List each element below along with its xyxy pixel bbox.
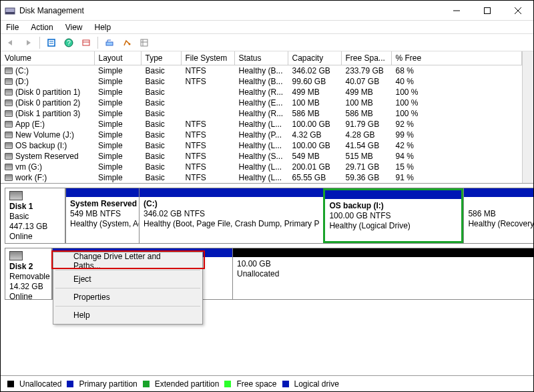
disk1-part-osbackup[interactable]: OS backup (I:) 100.00 GB NTFS Healthy (L… (323, 188, 463, 243)
cell-volume: work (F:) (15, 173, 47, 182)
table-row[interactable]: OS backup (I:)SimpleBasicNTFSHealthy (L.… (1, 140, 522, 151)
table-row[interactable]: (Disk 1 partition 3)SimpleBasicHealthy (… (1, 108, 522, 119)
cell-status: Healthy (L... (234, 119, 288, 130)
table-row[interactable]: App (E:)SimpleBasicNTFSHealthy (L...100.… (1, 119, 522, 130)
cell-type: Basic (141, 172, 181, 183)
cell-layout: Simple (94, 108, 141, 119)
cell-capacity: 99.60 GB (288, 76, 341, 87)
cell-fs (181, 108, 234, 119)
disk2-state: Online (9, 292, 33, 301)
cell-capacity: 346.02 GB (288, 65, 341, 77)
forward-icon[interactable] (21, 36, 35, 49)
cell-capacity: 4.32 GB (288, 130, 341, 140)
volume-icon (5, 153, 13, 160)
swatch-primary-icon (67, 381, 73, 387)
cell-capacity: 499 MB (288, 87, 341, 97)
cell-volume: vm (G:) (15, 162, 42, 172)
disk2-part-unallocated[interactable]: 10.00 GB Unallocated (232, 248, 533, 299)
col-freespace[interactable]: Free Spa... (341, 51, 391, 65)
menu-help[interactable]: Help (93, 22, 113, 33)
disk1-row: Disk 1 Basic 447.13 GB Online System Res… (5, 188, 533, 244)
col-volume[interactable]: Volume (1, 51, 94, 65)
cell-capacity: 549 MB (288, 151, 341, 162)
cell-free: 233.79 GB (341, 65, 391, 77)
col-capacity[interactable]: Capacity (288, 51, 341, 65)
cell-volume: System Reserved (15, 152, 79, 161)
cell-volume: (C:) (15, 66, 29, 75)
refresh-icon[interactable] (44, 36, 59, 49)
volume-icon (5, 89, 13, 95)
disk1-part-sysres[interactable]: System Reserved 549 MB NTFS Healthy (Sys… (65, 188, 139, 243)
disk1-type: Basic (9, 212, 29, 221)
help-icon[interactable]: ? (61, 36, 76, 49)
cell-type: Basic (141, 76, 181, 87)
swatch-extended-icon (143, 381, 150, 387)
svg-rect-1 (5, 12, 15, 14)
menu-view[interactable]: View (64, 22, 84, 33)
cell-layout: Simple (94, 162, 141, 172)
menu-action[interactable]: Action (29, 22, 54, 33)
col-status[interactable]: Status (234, 51, 288, 65)
cell-fs: NTFS (181, 172, 234, 183)
menubar: File Action View Help (1, 21, 533, 34)
maximize-button[interactable] (472, 1, 503, 21)
cell-status: Healthy (L... (234, 162, 288, 172)
action-icon-1[interactable] (102, 36, 117, 49)
disk2-header[interactable]: Disk 2 Removable 14.32 GB Online (5, 248, 52, 299)
part-size: 549 MB NTFS (70, 209, 121, 218)
ctx-change-drive-letter[interactable]: Change Drive Letter and Paths... (55, 254, 201, 268)
ctx-help[interactable]: Help (55, 308, 201, 323)
action-icon-3[interactable] (137, 36, 152, 49)
col-layout[interactable]: Layout (94, 51, 141, 65)
menu-file[interactable]: File (5, 22, 20, 33)
col-type[interactable]: Type (141, 51, 181, 65)
cell-fs: NTFS (181, 162, 234, 172)
cell-status: Healthy (E... (234, 97, 288, 108)
table-row[interactable]: (Disk 0 partition 2)SimpleBasicHealthy (… (1, 97, 522, 108)
disk1-header[interactable]: Disk 1 Basic 447.13 GB Online (5, 188, 65, 243)
disk1-part-c[interactable]: (C:) 346.02 GB NTFS Healthy (Boot, Page … (139, 188, 323, 243)
part-size: 586 MB (468, 209, 495, 218)
table-row[interactable]: System ReservedSimpleBasicNTFSHealthy (S… (1, 151, 522, 162)
table-row[interactable]: New Volume (J:)SimpleBasicNTFSHealthy (P… (1, 130, 522, 140)
part-name: (C:) (144, 199, 158, 208)
cell-layout: Simple (94, 130, 141, 140)
cell-volume: (D:) (15, 77, 29, 86)
volume-icon (5, 142, 13, 149)
cell-capacity: 200.01 GB (288, 162, 341, 172)
table-row[interactable]: (D:)SimpleBasicNTFSHealthy (B...99.60 GB… (1, 76, 522, 87)
back-icon[interactable] (3, 36, 18, 49)
table-row[interactable]: (Disk 0 partition 1)SimpleBasicHealthy (… (1, 87, 522, 97)
volume-icon (5, 67, 13, 74)
cell-layout: Simple (94, 172, 141, 183)
table-row[interactable]: vm (G:)SimpleBasicNTFSHealthy (L...200.0… (1, 162, 522, 172)
cell-fs: NTFS (181, 119, 234, 130)
cell-volume: OS backup (I:) (15, 141, 67, 150)
legend: Unallocated Primary partition Extended p… (1, 375, 533, 391)
action-icon-2[interactable] (119, 36, 134, 49)
settings-icon[interactable] (79, 36, 93, 49)
table-row[interactable]: work (F:)SimpleBasicNTFSHealthy (L...65.… (1, 172, 522, 183)
close-button[interactable] (503, 1, 533, 21)
cell-fs (181, 97, 234, 108)
cell-layout: Simple (94, 151, 141, 162)
cell-free: 41.54 GB (341, 140, 391, 151)
cell-layout: Simple (94, 140, 141, 151)
col-filesystem[interactable]: File System (181, 51, 234, 65)
col-pctfree[interactable]: % Free (391, 51, 522, 65)
ctx-eject[interactable]: Eject (55, 272, 201, 286)
volume-icon (5, 100, 13, 106)
cell-fs (181, 87, 234, 97)
cell-free: 29.71 GB (341, 162, 391, 172)
cell-capacity: 65.55 GB (288, 172, 341, 183)
volumes-scrollbar[interactable] (522, 51, 533, 183)
ctx-properties[interactable]: Properties (55, 290, 201, 305)
table-row[interactable]: (C:)SimpleBasicNTFSHealthy (B...346.02 G… (1, 65, 522, 77)
minimize-button[interactable] (441, 1, 472, 21)
cell-layout: Simple (94, 65, 141, 77)
disk1-part-recovery[interactable]: 586 MB Healthy (Recovery Part (463, 188, 533, 243)
cell-capacity: 100 MB (288, 97, 341, 108)
cell-type: Basic (141, 87, 181, 97)
cell-status: Healthy (B... (234, 76, 288, 87)
svg-point-14 (129, 43, 131, 45)
